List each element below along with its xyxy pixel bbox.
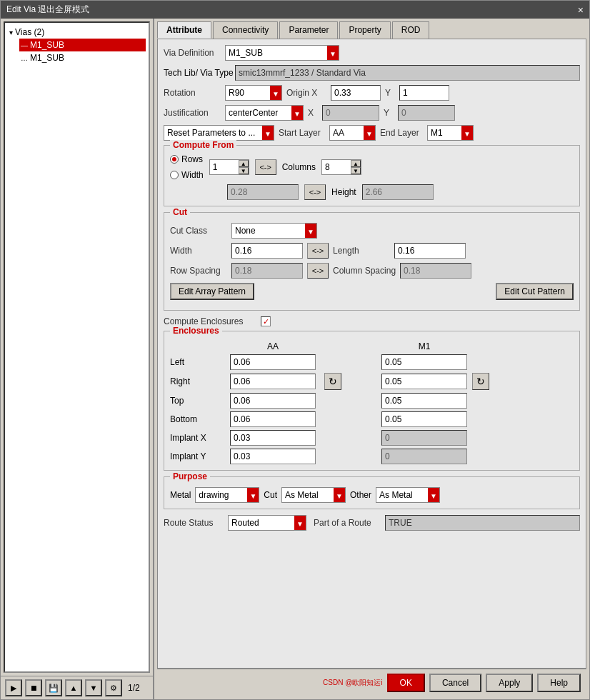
play-button[interactable]: ▶ <box>5 679 22 696</box>
via-definition-select[interactable]: M1_SUB ▼ <box>225 45 339 61</box>
columns-up[interactable]: ▲ <box>351 160 361 167</box>
tab-property[interactable]: Property <box>339 21 390 39</box>
just-x-label: X <box>308 108 318 118</box>
start-layer-value: AA <box>330 126 364 140</box>
cut-width-sync[interactable]: <-> <box>307 243 329 259</box>
enc-rotate-m1-button[interactable]: ↻ <box>472 373 489 390</box>
columns-input[interactable] <box>322 160 351 174</box>
origin-x-input[interactable] <box>331 85 381 101</box>
save-button[interactable]: 💾 <box>45 679 62 696</box>
cut-class-select[interactable]: None ▼ <box>231 223 317 239</box>
enc-right-row: Right ↻ ↻ <box>170 373 574 390</box>
spacing-sync[interactable]: <-> <box>307 263 329 279</box>
via-definition-arrow[interactable]: ▼ <box>327 46 339 61</box>
route-status-row: Route Status Routed ▼ Part of a Route TR… <box>164 515 580 531</box>
via-definition-value: M1_SUB <box>226 46 327 60</box>
metal-select[interactable]: drawing ▼ <box>195 487 259 503</box>
just-y-label: Y <box>384 108 394 118</box>
tab-parameter[interactable]: Parameter <box>279 21 338 39</box>
rows-down[interactable]: ▼ <box>239 167 249 174</box>
cut-width-input[interactable] <box>231 243 303 259</box>
tab-attribute[interactable]: Attribute <box>157 21 211 39</box>
cut-purpose-select[interactable]: As Metal ▼ <box>281 487 346 503</box>
up-button[interactable]: ▲ <box>65 679 82 696</box>
width-sync-btn[interactable]: <-> <box>304 184 326 200</box>
content-area: ▾ Vias (2) — M1_SUB … M1_SUB ▶ ⏹ <box>1 19 589 699</box>
tree-view[interactable]: ▾ Vias (2) — M1_SUB … M1_SUB <box>4 21 150 673</box>
route-status-select[interactable]: Routed ▼ <box>228 515 306 531</box>
other-arrow[interactable]: ▼ <box>428 488 439 503</box>
reset-arrow[interactable]: ▼ <box>262 126 274 141</box>
rows-up[interactable]: ▲ <box>239 160 249 167</box>
apply-button[interactable]: Apply <box>486 674 533 692</box>
enc-aa-implant-x-input[interactable] <box>230 430 316 446</box>
left-panel: ▾ Vias (2) — M1_SUB … M1_SUB ▶ ⏹ <box>1 19 154 699</box>
settings-button[interactable]: ⚙ <box>105 679 122 696</box>
cancel-button[interactable]: Cancel <box>429 674 481 692</box>
justification-row: Justification centerCenter ▼ X Y <box>164 105 580 121</box>
via-definition-label: Via Definition <box>164 48 221 58</box>
compute-enc-checkbox[interactable] <box>261 316 271 326</box>
route-status-arrow[interactable]: ▼ <box>294 516 306 531</box>
enc-m1-top-input[interactable] <box>381 393 467 409</box>
rows-input[interactable] <box>210 160 239 174</box>
enc-aa-implant-y-input[interactable] <box>230 449 316 464</box>
route-status-value: Routed <box>229 516 294 530</box>
down-button[interactable]: ▼ <box>85 679 102 696</box>
main-window: Edit Via 退出全屏模式 × ▾ Vias (2) — M1_SUB … … <box>0 0 590 700</box>
enc-aa-left-input[interactable] <box>230 354 316 370</box>
cut-length-input[interactable] <box>394 243 466 259</box>
justification-arrow[interactable]: ▼ <box>291 106 303 121</box>
cut-purpose-arrow[interactable]: ▼ <box>334 488 345 503</box>
origin-y-input[interactable] <box>399 85 449 101</box>
other-select[interactable]: As Metal ▼ <box>376 487 440 503</box>
rotation-arrow[interactable]: ▼ <box>270 86 281 101</box>
cut-width-label: Width <box>170 246 227 256</box>
edit-array-pattern-button[interactable]: Edit Array Pattern <box>170 283 254 300</box>
tree-root[interactable]: ▾ Vias (2) <box>8 26 146 39</box>
metal-arrow[interactable]: ▼ <box>247 488 259 503</box>
columns-spinner[interactable]: ▲ ▼ <box>321 159 361 175</box>
rows-radio-item[interactable]: Rows <box>170 154 204 164</box>
tab-connectivity[interactable]: Connectivity <box>213 21 278 39</box>
tab-rod[interactable]: ROD <box>392 21 430 39</box>
columns-down[interactable]: ▼ <box>351 167 361 174</box>
width-radio[interactable] <box>170 171 179 179</box>
rows-sync-btn[interactable]: <-> <box>255 159 276 175</box>
rotation-select[interactable]: R90 ▼ <box>225 85 282 101</box>
start-layer-select[interactable]: AA ▼ <box>329 125 376 141</box>
tech-lib-row: Tech Lib/ Via Type smic13mmrf_1233 / Sta… <box>164 65 580 81</box>
tree-item-0[interactable]: — M1_SUB <box>19 39 146 51</box>
enc-aa-right-input[interactable] <box>230 374 316 389</box>
tree-child-icon-1: … <box>21 54 28 62</box>
enc-m1-left-input[interactable] <box>381 354 467 370</box>
end-layer-arrow[interactable]: ▼ <box>461 126 473 141</box>
part-of-route-label: Part of a Route <box>314 518 378 528</box>
edit-cut-pattern-button[interactable]: Edit Cut Pattern <box>496 283 574 300</box>
columns-label: Columns <box>282 162 316 172</box>
justification-select[interactable]: centerCenter ▼ <box>225 105 304 121</box>
tree-item-label-0: M1_SUB <box>30 40 64 50</box>
enc-rotate-aa-button[interactable]: ↻ <box>324 373 341 390</box>
enc-aa-bottom-input[interactable] <box>230 411 316 427</box>
end-layer-select[interactable]: M1 ▼ <box>427 125 474 141</box>
enc-implant-x-row: Implant X <box>170 430 574 446</box>
reset-select[interactable]: Reset Parameters to ... ▼ <box>164 125 274 141</box>
enc-left-label: Left <box>170 357 227 367</box>
cut-purpose-value: As Metal <box>282 488 334 502</box>
cut-class-arrow[interactable]: ▼ <box>305 224 316 239</box>
close-button[interactable]: × <box>578 4 584 16</box>
start-layer-arrow[interactable]: ▼ <box>364 126 375 141</box>
help-button[interactable]: Help <box>537 674 581 692</box>
cut-class-value: None <box>232 224 305 238</box>
tab-rod-label: ROD <box>401 25 421 35</box>
rows-radio[interactable] <box>170 155 179 164</box>
enc-m1-right-input[interactable] <box>381 374 467 389</box>
tree-item-1[interactable]: … M1_SUB <box>19 51 146 64</box>
ok-button[interactable]: OK <box>387 674 425 692</box>
stop-button[interactable]: ⏹ <box>25 679 42 696</box>
width-radio-item[interactable]: Width <box>170 170 204 180</box>
rows-spinner[interactable]: ▲ ▼ <box>209 159 249 175</box>
enc-aa-top-input[interactable] <box>230 393 316 409</box>
enc-m1-bottom-input[interactable] <box>381 411 467 427</box>
